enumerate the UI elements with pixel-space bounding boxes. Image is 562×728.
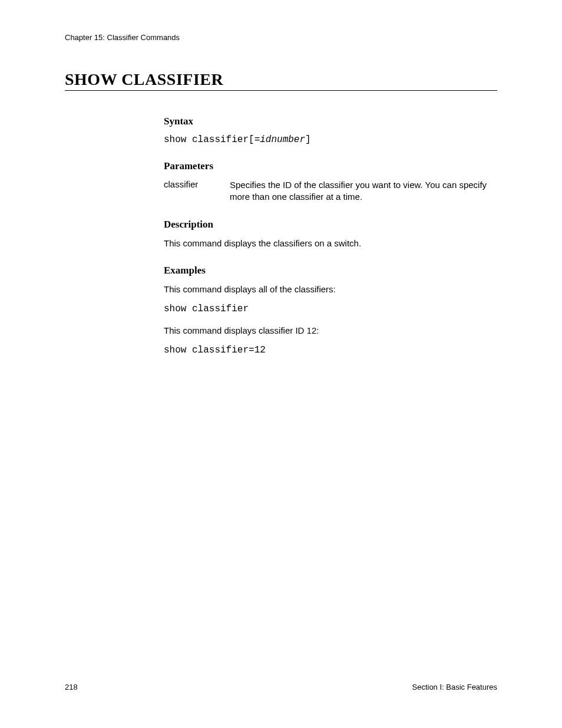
parameter-name: classifier [164,179,230,189]
parameter-description: Specifies the ID of the classifier you w… [230,179,494,203]
description-text: This command displays the classifiers on… [164,238,494,249]
page-number: 218 [65,683,78,691]
example-command: show classifier=12 [164,345,494,355]
page-title: SHOW CLASSIFIER [65,70,497,89]
syntax-var: idnumber [260,134,305,145]
syntax-heading: Syntax [164,116,494,127]
parameter-row: classifier Specifies the ID of the class… [164,179,494,203]
example-text: This command displays all of the classif… [164,284,494,295]
example-text: This command displays classifier ID 12: [164,325,494,337]
syntax-suffix: ] [305,134,311,145]
example-block: This command displays all of the classif… [164,284,494,314]
title-rule: SHOW CLASSIFIER [65,70,497,91]
page-footer: 218 Section I: Basic Features [65,683,497,691]
syntax-line: show classifier[=idnumber] [164,134,494,145]
example-command: show classifier [164,304,494,314]
examples-heading: Examples [164,265,494,276]
content-area: Syntax show classifier[=idnumber] Parame… [164,116,494,355]
syntax-prefix: show classifier[= [164,134,260,145]
parameters-heading: Parameters [164,160,494,172]
chapter-header: Chapter 15: Classifier Commands [65,33,497,42]
example-block: This command displays classifier ID 12: … [164,325,494,355]
description-heading: Description [164,219,494,230]
section-label: Section I: Basic Features [412,683,497,691]
